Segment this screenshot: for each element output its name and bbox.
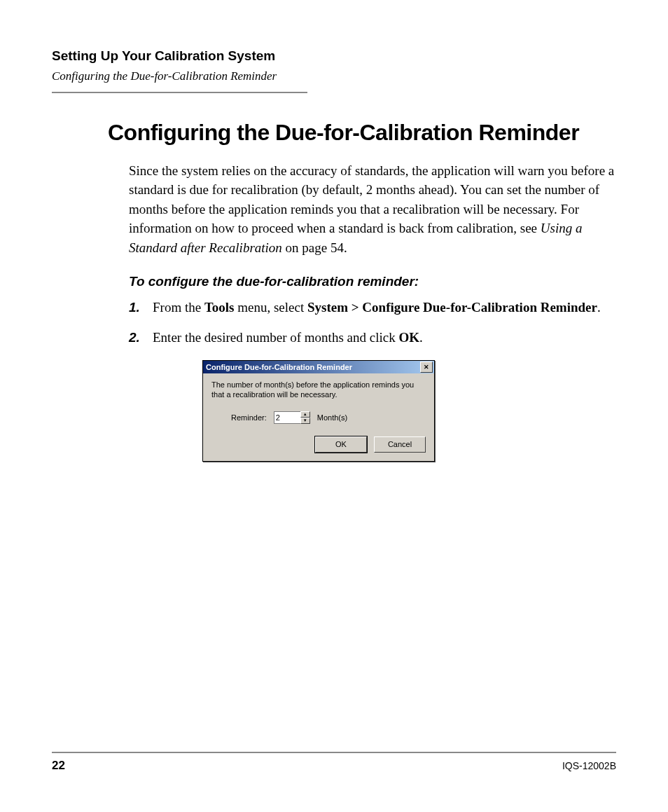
running-header: Setting Up Your Calibration System Confi… (52, 48, 616, 93)
task-heading: To configure the due-for-calibration rem… (129, 274, 616, 289)
cancel-button[interactable]: Cancel (374, 436, 426, 453)
close-icon: ✕ (424, 364, 429, 371)
configure-reminder-dialog: Configure Due-for-Calibration Reminder ✕… (202, 360, 435, 462)
page-number: 22 (52, 759, 65, 773)
section-title: Configuring the Due-for-Calibration Remi… (52, 69, 616, 83)
document-page: Setting Up Your Calibration System Confi… (0, 0, 668, 812)
footer-rule (52, 752, 616, 753)
step-text: Enter the desired number of months and c… (153, 328, 616, 348)
close-button[interactable]: ✕ (420, 362, 433, 373)
header-rule (52, 92, 307, 93)
spinner-down-button[interactable]: ▼ (300, 418, 310, 424)
dialog-screenshot: Configure Due-for-Calibration Reminder ✕… (202, 360, 616, 462)
step-number: 1. (129, 298, 153, 318)
step-item: 1. From the Tools menu, select System > … (129, 298, 616, 318)
reminder-spinner: ▲ ▼ (274, 411, 310, 424)
chapter-title: Setting Up Your Calibration System (52, 48, 616, 65)
dialog-body: The number of month(s) before the applic… (203, 373, 434, 461)
page-heading: Configuring the Due-for-Calibration Remi… (108, 120, 616, 146)
chevron-down-icon: ▼ (303, 418, 307, 422)
ok-button[interactable]: OK (315, 436, 367, 453)
dialog-button-row: OK Cancel (211, 436, 426, 453)
reminder-unit: Month(s) (317, 413, 347, 422)
intro-text-post: on page 54. (282, 240, 347, 255)
intro-paragraph: Since the system relies on the accuracy … (129, 161, 616, 258)
dialog-description: The number of month(s) before the applic… (211, 380, 426, 400)
step-number: 2. (129, 328, 153, 348)
dialog-title: Configure Due-for-Calibration Reminder (206, 363, 420, 371)
page-footer: 22 IQS-12002B (52, 752, 616, 773)
footer-row: 22 IQS-12002B (52, 759, 616, 773)
reminder-label: Reminder: (231, 413, 267, 422)
spinner-buttons: ▲ ▼ (300, 411, 310, 424)
step-item: 2. Enter the desired number of months an… (129, 328, 616, 348)
dialog-titlebar: Configure Due-for-Calibration Reminder ✕ (203, 361, 434, 373)
reminder-row: Reminder: ▲ ▼ Month(s) (231, 411, 426, 424)
chevron-up-icon: ▲ (303, 412, 307, 416)
step-text: From the Tools menu, select System > Con… (153, 298, 616, 318)
reminder-input[interactable] (274, 411, 300, 424)
document-id: IQS-12002B (562, 760, 616, 771)
spinner-up-button[interactable]: ▲ (300, 411, 310, 418)
step-list: 1. From the Tools menu, select System > … (129, 298, 616, 347)
